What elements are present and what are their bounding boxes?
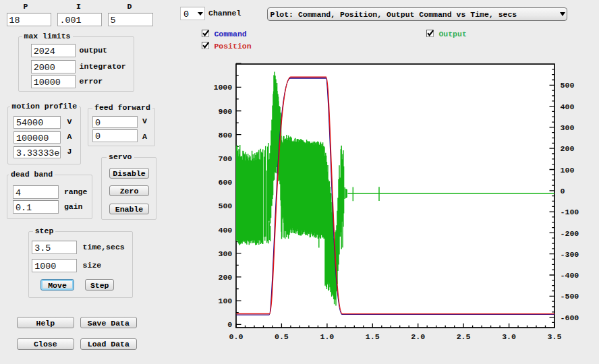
svg-text:500: 500	[561, 81, 575, 90]
svg-text:3.0: 3.0	[502, 332, 516, 341]
svg-text:1.0: 1.0	[320, 332, 334, 341]
svg-text:100: 100	[218, 297, 232, 305]
svg-text:400: 400	[561, 102, 575, 111]
svg-text:200: 200	[218, 273, 232, 282]
svg-text:2.0: 2.0	[411, 332, 425, 341]
svg-text:300: 300	[218, 249, 232, 258]
svg-text:800: 800	[218, 131, 232, 140]
svg-text:0.0: 0.0	[229, 332, 244, 341]
svg-text:0: 0	[227, 320, 232, 329]
svg-text:-300: -300	[561, 250, 579, 259]
svg-text:900: 900	[218, 107, 232, 116]
svg-text:0: 0	[561, 187, 565, 195]
svg-text:100: 100	[561, 166, 575, 175]
svg-text:-500: -500	[561, 292, 579, 301]
svg-text:700: 700	[218, 154, 232, 163]
svg-text:-100: -100	[561, 208, 579, 216]
svg-text:0.5: 0.5	[275, 332, 289, 341]
svg-text:200: 200	[561, 144, 575, 153]
svg-text:600: 600	[218, 178, 232, 187]
svg-text:400: 400	[218, 226, 232, 235]
svg-text:500: 500	[218, 202, 232, 210]
svg-text:1.5: 1.5	[366, 332, 380, 341]
svg-text:-200: -200	[561, 229, 579, 238]
svg-text:300: 300	[561, 123, 575, 132]
svg-text:-400: -400	[561, 271, 579, 280]
svg-text:-600: -600	[561, 313, 579, 322]
svg-text:1000: 1000	[213, 83, 232, 92]
svg-text:2.5: 2.5	[457, 332, 471, 341]
svg-text:3.5: 3.5	[548, 332, 562, 341]
